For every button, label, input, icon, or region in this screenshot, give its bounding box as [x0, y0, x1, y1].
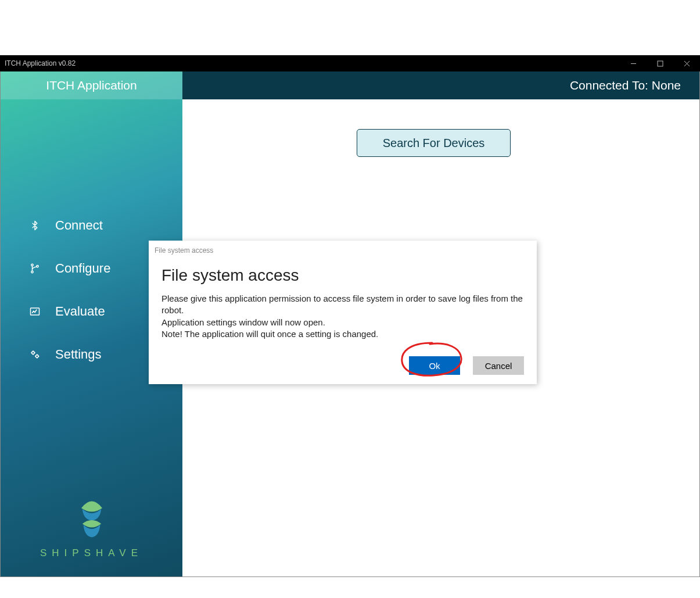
logo-text: SHIPSHAVE: [40, 547, 143, 559]
file-system-access-dialog: File system access File system access Pl…: [149, 241, 537, 384]
minimize-button[interactable]: [620, 55, 647, 71]
branch-icon: [28, 262, 41, 275]
svg-rect-1: [658, 61, 663, 66]
dialog-body: Please give this application permission …: [161, 293, 524, 340]
logo-icon: [76, 497, 107, 542]
maximize-button[interactable]: [647, 55, 673, 71]
ok-button-label: Ok: [429, 361, 440, 371]
sidebar-item-label: Evaluate: [55, 304, 105, 319]
svg-point-8: [32, 352, 35, 354]
sidebar-header: ITCH Application: [1, 71, 182, 99]
sidebar-item-label: Settings: [55, 347, 102, 362]
sidebar-item-label: Configure: [55, 261, 110, 276]
blank-region: [0, 0, 700, 55]
cancel-button-label: Cancel: [485, 361, 512, 371]
gears-icon: [28, 348, 41, 361]
close-icon: [684, 60, 690, 67]
sidebar-item-label: Connect: [55, 218, 103, 233]
svg-point-9: [36, 355, 39, 358]
dialog-body-line: Please give this application permission …: [161, 293, 524, 317]
ok-button[interactable]: Ok: [409, 356, 460, 375]
titlebar: ITCH Application v0.82: [0, 55, 700, 71]
dialog-heading: File system access: [161, 266, 524, 285]
dialog-body-line: Application settings window will now ope…: [161, 317, 524, 328]
connection-status-value: None: [652, 78, 681, 92]
sidebar-header-label: ITCH Application: [46, 78, 137, 92]
search-for-devices-button[interactable]: Search For Devices: [357, 129, 511, 157]
minimize-icon: [630, 60, 637, 67]
chart-icon: [28, 305, 41, 318]
svg-rect-7: [31, 308, 40, 315]
window-title: ITCH Application v0.82: [5, 59, 76, 67]
close-button[interactable]: [673, 55, 700, 71]
main-header: Connected To: None: [182, 71, 699, 99]
cancel-button[interactable]: Cancel: [473, 356, 524, 375]
logo: SHIPSHAVE: [1, 497, 182, 559]
dialog-window-title: File system access: [155, 246, 524, 255]
search-for-devices-label: Search For Devices: [383, 137, 485, 150]
bluetooth-icon: [28, 219, 41, 232]
connection-status-label: Connected To:: [570, 78, 648, 92]
maximize-icon: [657, 60, 663, 67]
dialog-body-line: Note! The application will quit once a s…: [161, 328, 524, 340]
